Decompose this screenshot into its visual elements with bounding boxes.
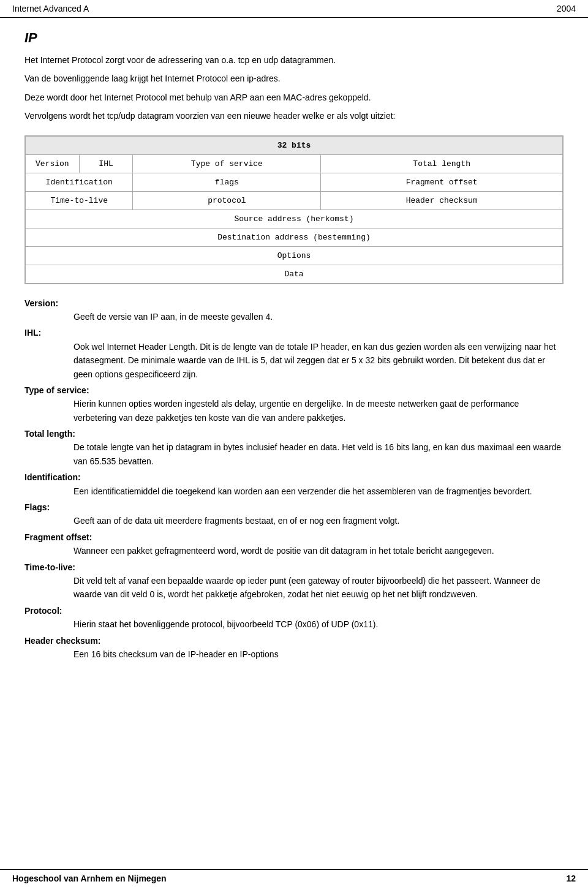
cell-ttl: Time-to-live: [26, 191, 133, 209]
table-row: Source address (herkomst): [26, 209, 563, 228]
field-label-3: Total length:: [24, 429, 75, 439]
page-footer: Hogeschool van Arnhem en Nijmegen 12: [0, 869, 588, 887]
field-label-1: IHL:: [24, 328, 41, 338]
field-label-6: Fragment offset:: [24, 532, 92, 542]
cell-version: Version: [26, 154, 80, 173]
field-entry-6: Fragment offset:Wanneer een pakket gefra…: [24, 530, 564, 558]
page-container: Internet Advanced A 2004 IP Het Internet…: [0, 0, 588, 887]
intro-p4: Vervolgens wordt het tcp/udp datagram vo…: [24, 109, 564, 123]
field-label-2: Type of service:: [24, 385, 89, 395]
cell-protocol: protocol: [133, 191, 321, 209]
section-title: IP: [24, 30, 564, 46]
field-text-5: Geeft aan of de data uit meerdere fragme…: [74, 514, 564, 527]
cell-tos: Type of service: [133, 154, 321, 173]
footer-school: Hogeschool van Arnhem en Nijmegen: [12, 874, 167, 883]
intro-p1: Het Internet Protocol zorgt voor de adre…: [24, 53, 564, 67]
field-text-1: Ook wel Internet Header Length. Dit is d…: [74, 340, 564, 381]
field-entry-8: Protocol:Hierin staat het bovenliggende …: [24, 604, 564, 632]
table-bits-row: 32 bits: [26, 136, 563, 154]
footer-page: 12: [566, 874, 576, 883]
field-text-7: Dit veld telt af vanaf een bepaalde waar…: [74, 574, 564, 602]
field-text-9: Een 16 bits checksum van de IP-header en…: [74, 647, 564, 661]
cell-header-checksum: Header checksum: [321, 191, 563, 209]
field-entry-0: Version:Geeft de versie van IP aan, in d…: [24, 296, 564, 324]
field-text-4: Een identificatiemiddel die toegekend ka…: [74, 485, 564, 498]
table-row: Data: [26, 265, 563, 283]
table-row: Time-to-live protocol Header checksum: [26, 191, 563, 209]
intro-p2: Van de bovenliggende laag krijgt het Int…: [24, 72, 564, 85]
header-title: Internet Advanced A: [12, 4, 89, 13]
header-year: 2004: [557, 4, 576, 13]
field-label-0: Version:: [24, 298, 58, 308]
intro-paragraphs: Het Internet Protocol zorgt voor de adre…: [24, 53, 564, 123]
table-row: Destination address (bestemming): [26, 228, 563, 246]
field-text-0: Geeft de versie van IP aan, in de meeste…: [74, 310, 564, 323]
field-label-9: Header checksum:: [24, 636, 101, 646]
page-content: IP Het Internet Protocol zorgt voor de a…: [0, 18, 588, 869]
field-entry-5: Flags:Geeft aan of de data uit meerdere …: [24, 500, 564, 528]
table-row: Identification flags Fragment offset: [26, 173, 563, 191]
ip-header-table: 32 bits Version IHL Type of service Tota…: [24, 135, 564, 284]
cell-total-length: Total length: [321, 154, 563, 173]
bits-label: 32 bits: [26, 136, 563, 154]
ip-table: 32 bits Version IHL Type of service Tota…: [25, 136, 563, 284]
field-entry-7: Time-to-live:Dit veld telt af vanaf een …: [24, 561, 564, 602]
field-text-3: De totale lengte van het ip datagram in …: [74, 440, 564, 468]
field-entry-2: Type of service:Hierin kunnen opties wor…: [24, 383, 564, 425]
cell-ihl: IHL: [79, 154, 133, 173]
cell-flags: flags: [133, 173, 321, 191]
table-row: Version IHL Type of service Total length: [26, 154, 563, 173]
cell-options: Options: [26, 246, 563, 265]
cell-fragment-offset: Fragment offset: [321, 173, 563, 191]
field-label-7: Time-to-live:: [24, 562, 75, 572]
cell-destination-address: Destination address (bestemming): [26, 228, 563, 246]
cell-source-address: Source address (herkomst): [26, 209, 563, 228]
field-entry-9: Header checksum:Een 16 bits checksum van…: [24, 634, 564, 662]
field-label-4: Identification:: [24, 472, 81, 482]
cell-identification: Identification: [26, 173, 133, 191]
field-text-8: Hierin staat het bovenliggende protocol,…: [74, 617, 564, 631]
field-text-2: Hierin kunnen opties worden ingesteld al…: [74, 397, 564, 425]
cell-data: Data: [26, 265, 563, 283]
field-entry-3: Total length:De totale lengte van het ip…: [24, 427, 564, 468]
field-label-8: Protocol:: [24, 606, 62, 616]
page-header: Internet Advanced A 2004: [0, 0, 588, 18]
field-label-5: Flags:: [24, 502, 50, 512]
table-row: Options: [26, 246, 563, 265]
field-text-6: Wanneer een pakket gefragmenteerd word, …: [74, 544, 564, 557]
field-entry-4: Identification:Een identificatiemiddel d…: [24, 470, 564, 498]
intro-p3: Deze wordt door het Internet Protocol me…: [24, 91, 564, 104]
field-descriptions: Version:Geeft de versie van IP aan, in d…: [24, 296, 564, 662]
field-entry-1: IHL:Ook wel Internet Header Length. Dit …: [24, 326, 564, 381]
